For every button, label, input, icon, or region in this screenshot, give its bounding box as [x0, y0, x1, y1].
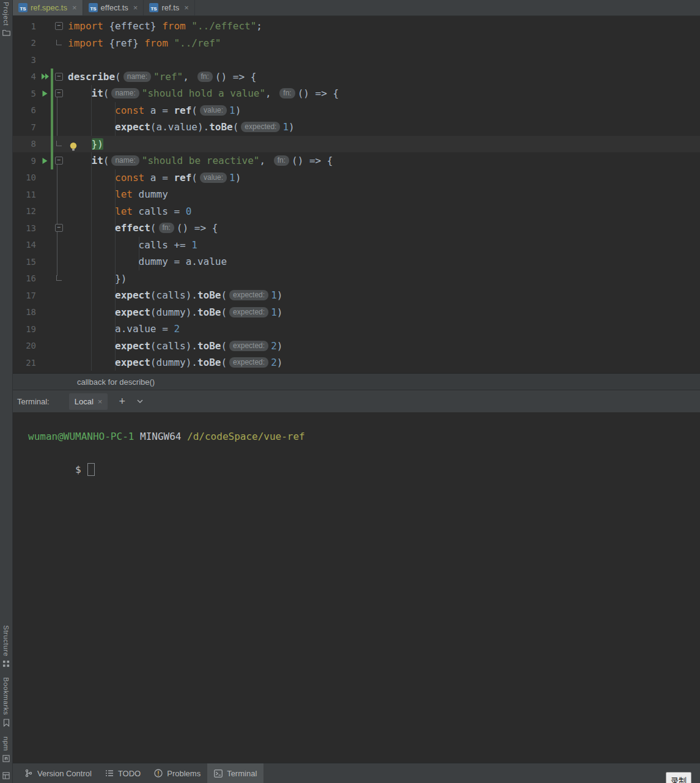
fold-gutter[interactable] — [53, 142, 64, 146]
toolwindow-button-structure[interactable]: Structure — [2, 625, 10, 667]
code-line[interactable]: 15 dummy = a.value — [13, 253, 700, 270]
run-gutter[interactable] — [39, 157, 51, 165]
code-text[interactable]: describe(name:"ref", fn:() => { — [64, 71, 700, 83]
editor-tab[interactable]: TSeffect.ts× — [83, 0, 144, 15]
code-line[interactable]: 19 a.value = 2 — [13, 321, 700, 338]
status-item-todo[interactable]: TODO — [98, 763, 147, 783]
code-text[interactable]: calls += 1 — [64, 239, 700, 251]
code-line[interactable]: 8 }) — [13, 136, 700, 153]
editor-tab[interactable]: TSref.spec.ts× — [13, 0, 83, 15]
fold-collapse-icon[interactable]: − — [55, 73, 63, 81]
code-line[interactable]: 11 let dummy — [13, 186, 700, 203]
fold-collapse-icon[interactable]: − — [55, 224, 63, 232]
fold-collapse-icon[interactable]: − — [55, 22, 63, 30]
new-terminal-session-button[interactable]: + — [119, 396, 125, 407]
code-line[interactable]: 3 — [13, 51, 700, 69]
code-text[interactable]: it(name:"should hold a value", fn:() => … — [64, 87, 700, 99]
code-line[interactable]: 6 const a = ref(value:1) — [13, 102, 700, 119]
editor-tab[interactable]: TSref.ts× — [144, 0, 195, 15]
close-icon[interactable]: × — [184, 3, 189, 12]
code-text[interactable]: effect(fn:() => { — [64, 222, 700, 234]
close-icon[interactable]: × — [72, 3, 77, 12]
code-text[interactable]: import {ref} from "../ref" — [64, 37, 700, 49]
toolwindow-button-bookmarks[interactable]: Bookmarks — [2, 677, 10, 727]
code-text[interactable]: expect(calls).toBe(expected:2) — [64, 340, 700, 352]
fold-end-icon[interactable] — [56, 141, 62, 146]
code-segment: (calls). — [150, 340, 197, 352]
code-text[interactable]: }) — [64, 273, 700, 284]
code-segment: (dummy). — [150, 306, 197, 318]
code-text[interactable]: expect(dummy).toBe(expected:2) — [64, 357, 700, 368]
terminal-tab[interactable]: Local× — [69, 393, 108, 410]
code-segment: expect — [115, 289, 150, 301]
fold-gutter[interactable]: − — [53, 157, 64, 165]
parameter-hint: fn: — [279, 88, 295, 98]
toolwindow-button-window-switcher[interactable] — [2, 772, 10, 779]
code-area: 1−import {effect} from "../effect";2impo… — [13, 18, 700, 371]
fold-gutter[interactable]: − — [53, 224, 64, 232]
fold-collapse-icon[interactable]: − — [55, 89, 63, 97]
code-text[interactable]: a.value = 2 — [64, 323, 700, 335]
code-line[interactable]: 12 let calls = 0 — [13, 203, 700, 220]
code-line[interactable]: 17 expect(calls).toBe(expected:1) — [13, 287, 700, 304]
code-segment: ) — [277, 357, 283, 368]
code-text[interactable]: let dummy — [64, 188, 700, 200]
fold-gutter[interactable]: − — [53, 89, 64, 97]
code-line[interactable]: 5− it(name:"should hold a value", fn:() … — [13, 85, 700, 102]
code-text[interactable]: expect(dummy).toBe(expected:1) — [64, 306, 700, 318]
code-text[interactable]: dummy = a.value — [64, 256, 700, 267]
status-item-terminal[interactable]: Terminal — [207, 763, 263, 783]
code-line[interactable]: 14 calls += 1 — [13, 237, 700, 254]
code-line[interactable]: 7 expect(a.value).toBe(expected:1) — [13, 119, 700, 136]
fold-gutter[interactable]: − — [53, 73, 64, 81]
code-line[interactable]: 16 }) — [13, 270, 700, 288]
chevron-down-icon[interactable] — [136, 399, 144, 404]
code-text[interactable]: const a = ref(value:1) — [64, 172, 700, 184]
fold-gutter[interactable] — [53, 41, 64, 45]
fold-gutter[interactable] — [53, 276, 64, 281]
code-editor[interactable]: 1−import {effect} from "../effect";2impo… — [13, 16, 700, 373]
code-text[interactable]: import {effect} from "../effect"; — [64, 20, 700, 32]
terminal-output[interactable]: wuman@WUMANHO-PC-1 MINGW64 /d/codeSpace/… — [13, 412, 700, 763]
run-all-icon — [40, 73, 50, 80]
code-text[interactable]: it(name:"should be reactive", fn:() => { — [64, 155, 700, 166]
close-icon[interactable]: × — [98, 397, 103, 406]
code-line[interactable]: 1−import {effect} from "../effect"; — [13, 18, 700, 35]
code-line[interactable]: 4−describe(name:"ref", fn:() => { — [13, 69, 700, 86]
code-line[interactable]: 2import {ref} from "../ref" — [13, 35, 700, 52]
code-text[interactable]: expect(a.value).toBe(expected:1) — [64, 121, 700, 133]
fold-collapse-icon[interactable]: − — [55, 157, 63, 165]
toolwindow-button-project[interactable]: Project — [2, 2, 10, 36]
code-line[interactable]: 10 const a = ref(value:1) — [13, 169, 700, 187]
vcs-change-marker — [51, 186, 53, 203]
intention-bulb-icon[interactable] — [69, 142, 78, 151]
fold-end-icon[interactable] — [56, 275, 62, 281]
code-text[interactable]: expect(calls).toBe(expected:1) — [64, 289, 700, 301]
fold-end-icon[interactable] — [56, 40, 62, 45]
code-segment: 1 — [282, 121, 289, 133]
code-line[interactable]: 18 expect(dummy).toBe(expected:1) — [13, 304, 700, 321]
code-line[interactable]: 13− effect(fn:() => { — [13, 220, 700, 237]
terminal-input-line[interactable]: $ — [28, 445, 700, 494]
run-gutter[interactable] — [39, 73, 51, 80]
status-item-problems[interactable]: Problems — [147, 763, 207, 783]
code-segment: toBe — [197, 306, 221, 318]
code-text[interactable]: const a = ref(value:1) — [64, 105, 700, 116]
code-line[interactable]: 20 expect(calls).toBe(expected:2) — [13, 338, 700, 355]
code-segment: ( — [115, 71, 121, 83]
npm-icon — [2, 755, 10, 762]
close-icon[interactable]: × — [133, 3, 138, 12]
code-line[interactable]: 21 expect(dummy).toBe(expected:2) — [13, 354, 700, 371]
code-segment: () => { — [215, 71, 256, 83]
status-item-label: Problems — [167, 769, 201, 778]
code-text[interactable]: }) — [64, 138, 700, 150]
code-line[interactable]: 9− it(name:"should be reactive", fn:() =… — [13, 152, 700, 169]
toolwindow-button-npm[interactable]: npm — [2, 737, 10, 762]
code-text[interactable]: let calls = 0 — [64, 206, 700, 217]
code-segment: it — [92, 155, 103, 166]
parameter-hint: name: — [123, 72, 151, 82]
terminal-header: Terminal: Local× + — [13, 390, 700, 412]
fold-gutter[interactable]: − — [53, 22, 64, 30]
status-item-version-control[interactable]: Version Control — [18, 763, 98, 783]
run-gutter[interactable] — [39, 90, 51, 97]
